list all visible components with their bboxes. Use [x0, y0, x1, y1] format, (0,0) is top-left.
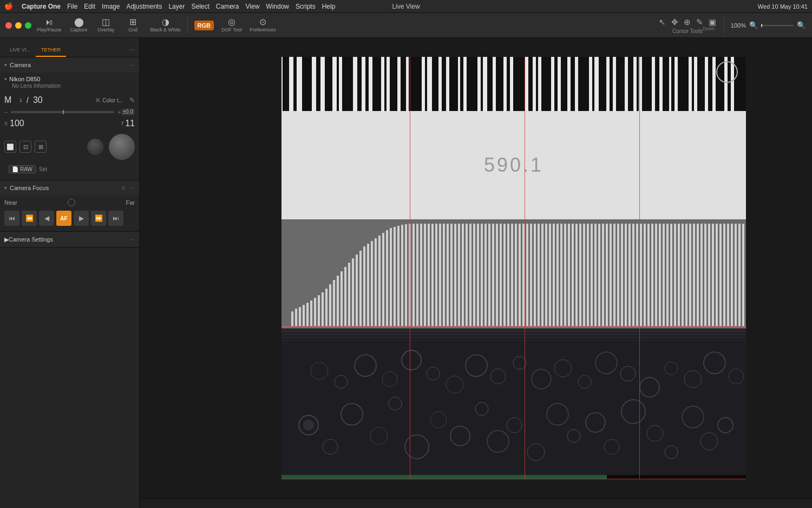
cursor-arrow-icon[interactable]: ↖ — [658, 16, 667, 28]
svg-rect-151 — [670, 224, 672, 328]
capture-button[interactable]: ⬤ Capture — [67, 15, 91, 36]
set-button[interactable]: Set — [39, 166, 47, 172]
ruler-bars-svg: /* bars drawn below */ — [281, 219, 746, 328]
svg-rect-25 — [513, 57, 525, 111]
camera-panel-header[interactable]: ▾ Camera ··· — [0, 57, 139, 73]
focus-near-far-button[interactable]: ⏭ — [108, 211, 123, 226]
dof-icon: ◎ — [228, 18, 235, 27]
focus-near-slow-button[interactable]: ▶ — [74, 211, 89, 226]
svg-rect-136 — [613, 224, 615, 328]
svg-rect-128 — [583, 224, 585, 328]
fstop-value: 11 — [125, 119, 135, 128]
svg-rect-162 — [712, 224, 714, 328]
dof-button[interactable]: ◎ DOF Tool — [219, 15, 244, 36]
crosshair-v3 — [639, 57, 640, 479]
af-button[interactable]: AF — [56, 211, 71, 226]
menu-file[interactable]: File — [67, 3, 77, 10]
large-dial[interactable] — [109, 134, 135, 160]
menu-app[interactable]: Capture One — [22, 3, 61, 10]
camera-panel-more-icon[interactable]: ··· — [129, 61, 135, 69]
fullscreen-button[interactable] — [25, 22, 31, 29]
cursor-zoom-icon[interactable]: ⊕ — [683, 16, 692, 28]
preferences-button[interactable]: ⊙ Preferences — [247, 15, 278, 36]
svg-rect-12 — [390, 57, 397, 111]
menu-scripts[interactable]: Scripts — [296, 3, 316, 10]
tab-tether[interactable]: TETHER — [36, 44, 66, 57]
settings-panel-header[interactable]: ▶ Camera Settings ··· — [0, 232, 139, 247]
svg-rect-144 — [644, 224, 646, 328]
raw-badge[interactable]: 📄 RAW — [9, 165, 36, 173]
svg-rect-15 — [425, 57, 427, 111]
svg-rect-67 — [352, 258, 354, 328]
svg-rect-97 — [466, 224, 468, 328]
cam-icon-2[interactable]: ⊡ — [19, 141, 31, 153]
menu-select[interactable]: Select — [191, 3, 209, 10]
svg-rect-153 — [678, 224, 680, 328]
camera-name-chevron: ▾ — [4, 76, 7, 82]
grid-button[interactable]: ⊞ Grid — [121, 15, 145, 36]
svg-rect-42 — [671, 57, 675, 111]
svg-rect-85 — [420, 224, 422, 328]
svg-rect-26 — [528, 57, 533, 111]
bw-icon: ◑ — [162, 18, 169, 27]
svg-rect-96 — [462, 224, 464, 328]
focus-panel-more-icon[interactable]: ··· — [129, 184, 135, 192]
svg-rect-109 — [511, 224, 513, 328]
close-button[interactable] — [5, 22, 12, 29]
tab-more-button[interactable]: ··· — [128, 45, 135, 57]
svg-rect-115 — [534, 224, 536, 328]
rgb-button[interactable]: RGB — [192, 15, 216, 36]
zoom-slider[interactable] — [761, 25, 794, 26]
cam-icon-1[interactable]: ⬜ — [4, 141, 16, 153]
play-pause-button[interactable]: ⏯ Play/Pause — [35, 15, 64, 36]
svg-rect-8 — [357, 57, 362, 111]
cursor-hand-icon[interactable]: ✥ — [670, 16, 679, 28]
bw-label: Black & White — [150, 27, 181, 32]
focus-near-mid-button[interactable]: ⏩ — [91, 211, 106, 226]
svg-rect-65 — [344, 267, 346, 328]
bokeh-top-stripes — [281, 328, 746, 349]
svg-rect-77 — [390, 228, 392, 328]
crosshair-v1 — [410, 57, 410, 479]
cam-row-3b: f 11 — [122, 119, 135, 128]
focus-far-far-button[interactable]: ⏮ — [4, 211, 19, 226]
svg-rect-125 — [572, 224, 574, 328]
menu-help[interactable]: Help — [322, 3, 336, 10]
svg-rect-107 — [503, 224, 506, 328]
svg-rect-64 — [340, 271, 343, 328]
minimize-button[interactable] — [15, 22, 22, 29]
settings-panel-more-icon[interactable]: ··· — [129, 236, 135, 243]
menu-image[interactable]: Image — [102, 3, 120, 10]
zoom-in-icon[interactable]: 🔍 — [748, 20, 759, 30]
cam-icon-3[interactable]: ⊞ — [35, 141, 47, 153]
focus-panel-list-icon[interactable]: ≡ — [121, 184, 125, 192]
svg-rect-170 — [742, 224, 744, 328]
menu-layer[interactable]: Layer — [168, 3, 185, 10]
focus-far-slow-button[interactable]: ◀ — [39, 211, 54, 226]
menu-edit[interactable]: Edit — [84, 3, 95, 10]
menu-adjustments[interactable]: Adjustments — [126, 3, 162, 10]
apple-menu[interactable]: 🍎 — [4, 2, 13, 10]
small-dial[interactable] — [87, 139, 103, 155]
svg-rect-147 — [655, 224, 657, 328]
exposure-bar[interactable] — [11, 111, 114, 113]
menu-camera[interactable]: Camera — [216, 3, 239, 10]
focus-panel-header[interactable]: ▾ Camera Focus ≡ ··· — [0, 180, 139, 196]
exposure-value: ±0.0 — [121, 108, 135, 115]
tab-live-view[interactable]: LIVE VI... — [4, 44, 36, 57]
shutter-denominator: 30 — [33, 95, 43, 105]
edit-profile-icon[interactable]: ✎ — [129, 96, 135, 104]
sidebar: LIVE VI... TETHER ··· ▾ Camera ··· ▾ Nik… — [0, 38, 140, 508]
zoom-out-icon[interactable]: 🔍 — [796, 20, 807, 30]
menu-view[interactable]: View — [246, 3, 260, 10]
svg-rect-122 — [560, 224, 562, 328]
bw-button[interactable]: ◑ Black & White — [148, 15, 183, 36]
overlay-button[interactable]: ◫ Overlay — [94, 15, 118, 36]
svg-rect-148 — [659, 224, 661, 328]
color-profile-button[interactable]: K Color t... — [96, 97, 123, 103]
focus-far-mid-button[interactable]: ⏪ — [22, 211, 37, 226]
menu-window[interactable]: Window — [266, 3, 289, 10]
svg-rect-57 — [314, 298, 316, 328]
svg-rect-119 — [549, 224, 551, 328]
focus-panel-actions: ≡ ··· — [121, 184, 135, 192]
